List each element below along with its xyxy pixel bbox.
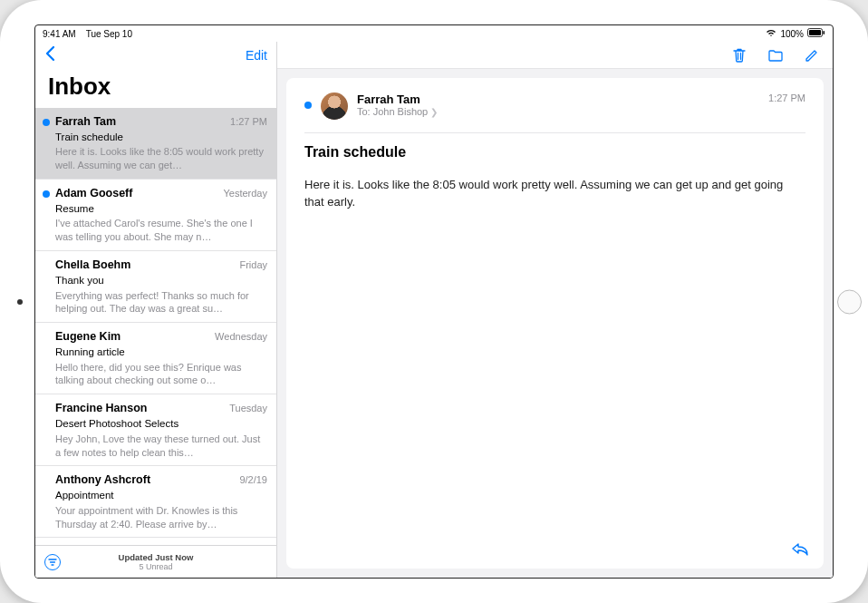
message-date: Tuesday	[229, 402, 267, 415]
footer-status: Updated Just Now	[119, 552, 194, 562]
message-preview: Here it is. Looks like the 8:05 would wo…	[55, 145, 267, 172]
message-preview: Your appointment with Dr. Knowles is thi…	[55, 504, 267, 531]
message-preview: I've attached Carol's resume. She's the …	[55, 217, 267, 244]
reader-body: Farrah Tam To: John Bishop ❯ 1:27 PM Tra…	[286, 78, 824, 569]
home-button[interactable]	[837, 289, 862, 314]
message-item[interactable]: Anthony Ashcroft9/2/19AppointmentYour ap…	[35, 466, 276, 538]
message-item[interactable]: Adam GooseffYesterdayResumeI've attached…	[35, 180, 276, 251]
mail-app: Edit Inbox Farrah Tam1:27 PMTrain schedu…	[35, 42, 833, 578]
message-date: Wednesday	[215, 330, 267, 344]
message-sender: Francine Hanson	[55, 401, 147, 416]
header-text: Farrah Tam To: John Bishop ❯	[357, 92, 759, 117]
message-sender: Chella Boehm	[55, 258, 130, 273]
edit-button[interactable]: Edit	[246, 48, 267, 63]
message-item[interactable]: Francine HansonTuesdayDesert Photoshoot …	[35, 394, 276, 466]
trash-icon[interactable]	[731, 47, 747, 63]
message-item[interactable]: Chella BoehmFridayThank youEverything wa…	[35, 251, 276, 323]
status-time: 9:41 AM	[43, 29, 76, 39]
wifi-icon	[766, 28, 776, 39]
sender-avatar[interactable]	[321, 92, 348, 120]
message-item[interactable]: Christina Ahmed8/30/19Saturday HikeHello…	[35, 538, 276, 545]
mail-time: 1:27 PM	[768, 92, 805, 103]
recipient-line[interactable]: To: John Bishop ❯	[357, 106, 759, 117]
move-folder-icon[interactable]	[767, 47, 784, 63]
message-item[interactable]: Eugene KimWednesdayRunning articleHello …	[35, 323, 276, 394]
mail-body-text: Here it is. Looks like the 8:05 would wo…	[304, 177, 805, 211]
message-sender: Adam Gooseff	[55, 186, 132, 201]
mail-header[interactable]: Farrah Tam To: John Bishop ❯ 1:27 PM	[304, 92, 805, 120]
battery-icon	[807, 28, 825, 39]
ipad-device-frame: 9:41 AM Tue Sep 10 100%	[0, 0, 868, 603]
message-subject: Resume	[55, 202, 267, 217]
footer-unread-count: 5 Unread	[139, 562, 172, 571]
inbox-title: Inbox	[35, 69, 276, 108]
to-label: To:	[357, 106, 371, 117]
message-subject: Appointment	[55, 489, 267, 503]
message-subject: Train schedule	[55, 131, 267, 145]
divider	[304, 132, 805, 133]
message-date: Yesterday	[223, 187, 267, 200]
back-button[interactable]	[44, 45, 56, 66]
message-list-pane: Edit Inbox Farrah Tam1:27 PMTrain schedu…	[35, 42, 277, 578]
filter-icon[interactable]	[44, 554, 61, 570]
status-left: 9:41 AM Tue Sep 10	[43, 29, 132, 39]
unread-dot-icon	[304, 102, 312, 109]
camera-dot	[17, 299, 23, 305]
message-item[interactable]: Farrah Tam1:27 PMTrain scheduleHere it i…	[35, 108, 276, 180]
to-name: John Bishop	[373, 106, 429, 117]
status-date: Tue Sep 10	[86, 29, 132, 39]
reader-toolbar	[277, 42, 833, 69]
message-date: 9/2/19	[239, 473, 267, 487]
reply-icon[interactable]	[791, 540, 809, 558]
reader-pane: Farrah Tam To: John Bishop ❯ 1:27 PM Tra…	[277, 42, 833, 578]
chevron-right-icon: ❯	[430, 107, 438, 117]
compose-icon[interactable]	[804, 47, 820, 63]
battery-percent: 100%	[780, 29, 804, 39]
message-subject: Desert Photoshoot Selects	[55, 417, 267, 432]
message-subject: Thank you	[55, 274, 267, 288]
message-preview: Everything was perfect! Thanks so much f…	[55, 289, 267, 316]
screen: 9:41 AM Tue Sep 10 100%	[34, 24, 834, 579]
message-sender: Anthony Ashcroft	[55, 472, 150, 488]
message-date: 1:27 PM	[230, 115, 267, 129]
status-bar: 9:41 AM Tue Sep 10 100%	[35, 25, 833, 42]
message-subject: Running article	[55, 345, 267, 360]
status-right: 100%	[766, 28, 825, 39]
svg-rect-2	[824, 31, 825, 34]
message-preview: Hey John, Love the way these turned out.…	[55, 433, 267, 460]
message-sender: Eugene Kim	[55, 329, 121, 345]
sidebar-footer: Updated Just Now 5 Unread	[35, 545, 276, 578]
svg-rect-1	[809, 30, 821, 35]
sidebar-nav: Edit	[35, 42, 276, 69]
mail-subject: Train schedule	[304, 144, 805, 160]
message-preview: Hello there, did you see this? Enrique w…	[55, 361, 267, 388]
reader-sender-name: Farrah Tam	[357, 92, 759, 106]
messages-list[interactable]: Farrah Tam1:27 PMTrain scheduleHere it i…	[35, 108, 276, 545]
message-date: Friday	[239, 258, 267, 272]
message-sender: Farrah Tam	[55, 114, 116, 130]
